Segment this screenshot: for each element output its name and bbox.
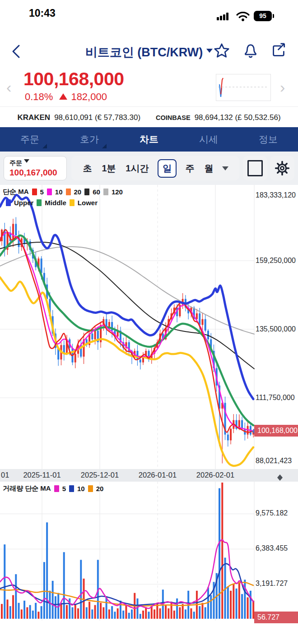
current-volume-badge: 56.727 <box>254 612 298 623</box>
legend-chip-icon <box>70 199 74 206</box>
clock: 10:43 <box>29 7 56 19</box>
price-summary: ‹ 100,168,000 0.18% 182,000 › <box>0 68 298 106</box>
volume-chart-canvas[interactable] <box>0 482 298 621</box>
next-symbol-button[interactable]: › <box>280 79 285 95</box>
tab-caret-icon <box>42 144 47 148</box>
bell-icon <box>242 42 259 59</box>
price-axis-label: 183,333,120 <box>256 191 298 199</box>
exchange-item: KRAKEN98,610,091 (€ 57,783.30) <box>17 113 140 122</box>
wifi-icon <box>236 11 250 23</box>
legend-chip-icon <box>66 189 71 195</box>
timeframe-day[interactable]: 일 <box>158 159 177 178</box>
nav-tab-bar: 주문호가차트시세정보 <box>0 127 298 152</box>
chart-toolbar: 주문 100,167,000 초1분1시간일주월 <box>0 152 298 185</box>
legend-chip-icon <box>69 485 74 492</box>
legend-label: 5 <box>62 485 66 492</box>
title-bar: 비트코인 (BTC/KRW) <box>0 40 298 66</box>
order-label: 주문 <box>9 159 22 166</box>
legend-label: Upper <box>14 199 33 207</box>
timeframe-min1[interactable]: 1분 <box>101 161 116 176</box>
date-axis-label: 2026-01-01 <box>136 471 179 479</box>
exchange-price: 98,694,132 (£ 50,532.56) <box>195 113 281 122</box>
tab-chart[interactable]: 차트 <box>119 127 179 152</box>
share-icon <box>270 42 287 59</box>
prev-symbol-button[interactable]: ‹ <box>6 79 11 95</box>
legend-chip-icon <box>37 199 42 206</box>
legend-chip-icon <box>88 485 93 492</box>
legend-label: 20 <box>74 188 82 196</box>
legend-chip-icon <box>6 199 11 206</box>
date-axis-label: 2025-12-01 <box>79 471 121 479</box>
timeframe-sec[interactable]: 초 <box>82 161 93 176</box>
legend-label: 60 <box>93 188 100 196</box>
settings-button[interactable] <box>270 156 294 180</box>
price-axis-label: 88,021,423 <box>256 457 298 465</box>
cellular-signal-icon <box>217 13 228 20</box>
current-price-badge: 100,168,000 <box>254 425 298 437</box>
legend-label: 120 <box>112 188 123 196</box>
volume-axis-label: 6,383.455 <box>256 544 298 552</box>
timeframe-month[interactable]: 월 <box>204 161 214 176</box>
exchange-name: COINBASE <box>156 114 191 121</box>
tab-info[interactable]: 정보 <box>238 127 298 152</box>
ma-legend: 단순 MA5102060120 <box>3 188 123 196</box>
legend-label: Lower <box>78 199 98 207</box>
up-arrow-icon <box>59 89 67 100</box>
divider <box>0 106 298 107</box>
price-change-row: 0.18% 182,000 <box>25 91 107 103</box>
favorite-button[interactable] <box>213 42 230 60</box>
change-amount: 182,000 <box>71 91 107 103</box>
star-icon <box>213 42 230 60</box>
tab-caret-icon <box>102 144 107 148</box>
chevron-down-icon <box>206 49 213 56</box>
exchange-reference-row: KRAKEN98,610,091 (€ 57,783.30)COINBASE98… <box>0 110 298 125</box>
date-axis-label: 2025-11-01 <box>21 471 63 479</box>
legend-chip-icon <box>47 189 52 195</box>
legend-label: 5 <box>40 188 44 196</box>
square-icon <box>247 160 263 176</box>
legend-label: 20 <box>96 485 104 492</box>
bollinger-legend: UpperMiddleLower <box>3 199 98 207</box>
volume-axis-label: 9,575.182 <box>256 509 298 517</box>
legend-chip-icon <box>84 189 89 195</box>
share-button[interactable] <box>270 42 287 59</box>
order-price-value: 100,167,000 <box>9 168 66 178</box>
chevron-down-icon <box>24 159 29 166</box>
legend-chip-icon <box>54 485 59 492</box>
timeframe-week[interactable]: 주 <box>185 161 196 176</box>
timeframe-dropdown-icon[interactable] <box>222 166 228 174</box>
legend-label: Middle <box>45 199 66 207</box>
exchange-price: 98,610,091 (€ 57,783.30) <box>54 113 140 122</box>
symbol-title: 비트코인 (BTC/KRW) <box>85 46 203 59</box>
volume-legend: 거래량 단순 MA51020 <box>3 484 103 493</box>
battery-icon: 95 <box>254 11 272 21</box>
legend-chip-icon <box>103 189 108 195</box>
mini-sparkline[interactable] <box>216 74 271 101</box>
order-price-button[interactable]: 주문 100,167,000 <box>4 156 67 180</box>
date-axis-label: 01 <box>1 471 9 479</box>
legend-chip-icon <box>32 189 37 195</box>
change-percent: 0.18% <box>25 91 53 103</box>
tab-orderbook[interactable]: 호가 <box>60 127 119 152</box>
legend-title: 단순 MA <box>3 188 29 196</box>
battery-nub <box>273 14 274 18</box>
volume-axis-label: 3,191.727 <box>256 580 298 588</box>
exchange-name: KRAKEN <box>17 113 50 122</box>
timeframe-hour1[interactable]: 1시간 <box>125 161 149 176</box>
price-axis-label: 135,500,000 <box>256 325 298 333</box>
price-axis-label: 111,750,000 <box>256 394 298 402</box>
current-price: 100,168,000 <box>23 69 124 90</box>
timeframe-segment: 초1분1시간일주월 <box>71 156 239 180</box>
exchange-item: COINBASE98,694,132 (£ 50,532.56) <box>156 113 280 122</box>
notifications-button[interactable] <box>242 42 259 59</box>
legend-label: 10 <box>55 188 63 196</box>
status-bar: 10:43 95 <box>0 0 298 26</box>
price-chart-canvas[interactable] <box>0 185 298 469</box>
legend-title: 거래량 단순 MA <box>3 484 51 493</box>
tab-quotes[interactable]: 시세 <box>179 127 238 152</box>
fullscreen-button[interactable] <box>243 156 267 180</box>
legend-label: 10 <box>77 485 85 492</box>
price-axis-label: 159,250,000 <box>256 257 298 265</box>
tab-order[interactable]: 주문 <box>0 127 60 152</box>
date-axis-label: 2026-02-01 <box>194 471 237 479</box>
